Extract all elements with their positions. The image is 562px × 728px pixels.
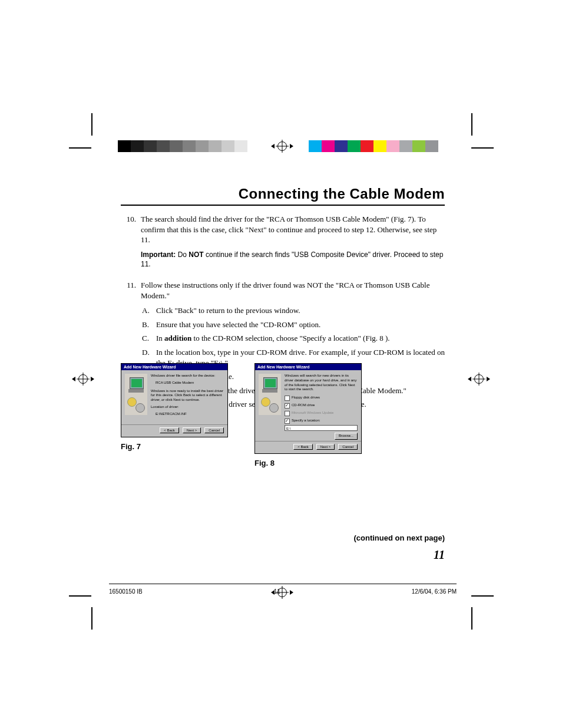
wizard-computer-icon <box>125 374 147 415</box>
wizard-body-text: Windows will search for new drivers in i… <box>285 374 358 440</box>
footer-docid: 16500150 IB <box>109 588 143 595</box>
browse-button[interactable]: Browse... <box>335 433 358 440</box>
wizard-dialog-fig8: Add New Hardware Wizard Windows will sea… <box>254 363 362 454</box>
title-rule <box>121 205 445 206</box>
step-text: Follow these instructions only if the dr… <box>141 280 445 301</box>
wizard-body-text: Windows driver file search for the devic… <box>151 374 224 423</box>
footer-date: 12/6/04, 6:36 PM <box>412 588 457 595</box>
color-bar-gray <box>118 140 247 152</box>
crop-marks-bottom <box>0 595 562 613</box>
figure-caption: Fig. 8 <box>254 459 362 467</box>
next-button[interactable]: Next > <box>183 427 201 433</box>
registration-mark-right <box>472 373 485 386</box>
figure-7: Add New Hardware Wizard Windows driver f… <box>121 363 228 467</box>
step-10: 10. The search should find the driver fo… <box>121 214 445 274</box>
checkbox-floppy[interactable]: Floppy disk drives <box>285 396 358 401</box>
figure-caption: Fig. 7 <box>121 442 228 451</box>
color-bar-color <box>309 140 438 152</box>
back-button[interactable]: < Back <box>160 427 179 433</box>
checkbox-windows-update[interactable]: Microsoft Windows Update <box>285 411 358 416</box>
important-note: Important: Do NOT continue if the search… <box>141 250 445 270</box>
location-input[interactable]: E:\ <box>285 425 358 431</box>
registration-mark-left <box>77 373 90 386</box>
page-title: Connecting the Cable Modem <box>121 186 445 202</box>
back-button[interactable]: < Back <box>293 444 313 450</box>
wizard-computer-icon <box>259 374 281 415</box>
step-text: The search should find the driver for th… <box>141 214 445 245</box>
next-button[interactable]: Next > <box>316 444 335 450</box>
page-number: 11 <box>121 548 445 562</box>
footer-rule <box>109 584 457 584</box>
substep-b: B.Ensure that you have selected the "CD-… <box>141 319 445 330</box>
continued-notice: (continued on next page) <box>121 533 445 542</box>
figure-8: Add New Hardware Wizard Windows will sea… <box>254 363 362 467</box>
wizard-dialog-fig7: Add New Hardware Wizard Windows driver f… <box>121 363 228 437</box>
cancel-button[interactable]: Cancel <box>338 444 358 450</box>
cancel-button[interactable]: Cancel <box>204 427 224 433</box>
checkbox-specify-location[interactable]: Specify a location: <box>285 419 358 424</box>
checkbox-cdrom[interactable]: CD-ROM drive <box>285 403 358 409</box>
substep-a: A.Click "Back" to return to the previous… <box>141 305 445 316</box>
step-number: 10. <box>121 214 141 274</box>
page: Connecting the Cable Modem 10. The searc… <box>0 0 562 728</box>
wizard-title: Add New Hardware Wizard <box>255 364 361 370</box>
registration-mark-top <box>276 140 289 153</box>
wizard-title: Add New Hardware Wizard <box>121 364 227 370</box>
substep-c: C.In addition to the CD-ROM selection, c… <box>141 333 445 344</box>
figures-row: Add New Hardware Wizard Windows driver f… <box>121 363 445 467</box>
